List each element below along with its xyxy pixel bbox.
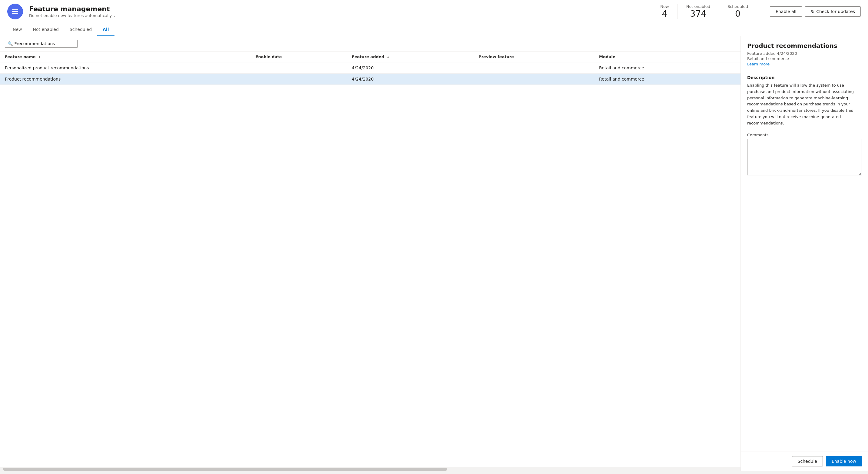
chevron-down-icon: ⌄ [113, 14, 115, 17]
stat-new-label: New [660, 4, 669, 9]
cell-module: Retail and commerce [594, 62, 741, 73]
learn-more-link[interactable]: Learn more [747, 62, 770, 66]
stat-not-enabled-value: 374 [686, 9, 710, 19]
scroll-thumb[interactable] [3, 468, 447, 471]
col-feature-name[interactable]: Feature name ↑ [0, 52, 251, 62]
cell-preview [474, 62, 594, 73]
comments-label: Comments [747, 133, 862, 137]
detail-body: Description Enabling this feature will a… [741, 70, 868, 451]
stat-not-enabled: Not enabled 374 [678, 4, 719, 19]
cell-feature-added: 4/24/2020 [347, 62, 474, 73]
list-icon [11, 7, 20, 16]
enable-now-button[interactable]: Enable now [826, 456, 862, 467]
tab-scheduled[interactable]: Scheduled [64, 23, 97, 36]
detail-feature-added: Feature added 4/24/2020 [747, 51, 862, 56]
stat-scheduled-label: Scheduled [727, 4, 748, 9]
cell-enable-date [251, 73, 347, 85]
col-preview[interactable]: Preview feature [474, 52, 594, 62]
stat-new-value: 4 [660, 9, 669, 19]
subtitle-text: Do not enable new features automatically [29, 13, 112, 18]
svg-rect-1 [12, 11, 18, 12]
cell-module: Retail and commerce [594, 73, 741, 85]
cell-name: Product recommendations [0, 73, 251, 85]
app-logo [7, 4, 23, 20]
schedule-button[interactable]: Schedule [792, 456, 823, 467]
cell-enable-date [251, 62, 347, 73]
svg-rect-0 [12, 9, 18, 10]
page-title: Feature management [29, 5, 646, 13]
enable-all-button[interactable]: Enable all [770, 6, 802, 17]
horizontal-scrollbar[interactable] [0, 467, 741, 471]
col-module[interactable]: Module [594, 52, 741, 62]
tab-not-enabled[interactable]: Not enabled [28, 23, 64, 36]
title-block: Feature management Do not enable new fea… [29, 5, 646, 18]
stat-new: New 4 [652, 4, 678, 19]
check-updates-label: Check for updates [816, 9, 855, 14]
table-row[interactable]: Product recommendations 4/24/2020 Retail… [0, 73, 741, 85]
description-text: Enabling this feature will allow the sys… [747, 83, 862, 127]
header-actions: Enable all ↻ Check for updates [770, 6, 861, 17]
detail-module: Retail and commerce [747, 56, 862, 61]
description-label: Description [747, 75, 862, 80]
stat-not-enabled-label: Not enabled [686, 4, 710, 9]
detail-title: Product recommendations [747, 42, 862, 50]
detail-header: Product recommendations Feature added 4/… [741, 36, 868, 70]
table-header-row: Feature name ↑ Enable date Feature added… [0, 52, 741, 62]
search-input[interactable] [14, 41, 75, 46]
page-header: Feature management Do not enable new fea… [0, 0, 868, 23]
feature-table: Feature name ↑ Enable date Feature added… [0, 52, 741, 467]
tabs-bar: New Not enabled Scheduled All [0, 23, 868, 36]
stat-scheduled-value: 0 [727, 9, 748, 19]
main-layout: 🔍 Feature name ↑ Enable date [0, 36, 868, 471]
col-enable-date[interactable]: Enable date [251, 52, 347, 62]
search-input-wrap: 🔍 [5, 40, 78, 48]
sort-desc-icon: ↓ [387, 55, 390, 59]
tab-all[interactable]: All [97, 23, 114, 36]
stats-block: New 4 Not enabled 374 Scheduled 0 [652, 4, 756, 19]
detail-footer: Schedule Enable now [741, 451, 868, 471]
detail-panel: Product recommendations Feature added 4/… [741, 36, 868, 471]
check-for-updates-button[interactable]: ↻ Check for updates [805, 6, 861, 17]
left-panel: 🔍 Feature name ↑ Enable date [0, 36, 741, 471]
features-grid: Feature name ↑ Enable date Feature added… [0, 52, 741, 85]
refresh-icon: ↻ [811, 9, 814, 14]
search-icon: 🔍 [7, 41, 13, 46]
search-bar: 🔍 [0, 36, 741, 52]
sort-asc-icon: ↑ [38, 55, 41, 59]
stat-scheduled: Scheduled 0 [719, 4, 756, 19]
table-row[interactable]: Personalized product recommendations 4/2… [0, 62, 741, 73]
tab-new[interactable]: New [7, 23, 28, 36]
col-feature-added[interactable]: Feature added ↓ [347, 52, 474, 62]
comments-textarea[interactable] [747, 139, 862, 176]
cell-preview [474, 73, 594, 85]
cell-name: Personalized product recommendations [0, 62, 251, 73]
subtitle-dropdown[interactable]: Do not enable new features automatically… [29, 13, 646, 18]
cell-feature-added: 4/24/2020 [347, 73, 474, 85]
svg-rect-2 [12, 13, 18, 14]
